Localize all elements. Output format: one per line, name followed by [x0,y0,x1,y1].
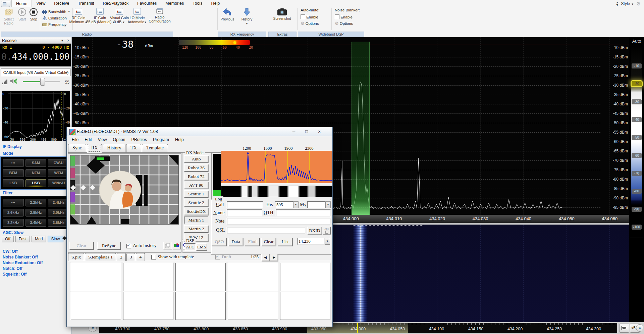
rx-mode-button[interactable]: Martin 1 [184,217,208,224]
copy-image-button[interactable] [163,242,172,249]
mmsstv-title-bar[interactable]: F5OEO (F5OEO.MDT) - MMSSTV Ver 1.08 ─ □ … [67,127,332,136]
mode-button[interactable]: LSB [3,179,24,187]
stock-picture-slot[interactable] [228,263,278,291]
close-button[interactable]: × [314,128,324,135]
menu-item[interactable]: View [95,136,110,143]
chevron-down-icon[interactable]: ▼ [325,201,331,208]
mmsstv-tab[interactable]: Template [142,144,168,152]
mode-button[interactable]: Wide-U [48,179,69,187]
rx-mode-button[interactable]: Robot 36 [184,164,208,172]
speaker-icon[interactable] [10,78,17,85]
rx-mode-button[interactable]: AVT 90 [184,182,208,189]
radio-configuration-button[interactable]: Radio Configuration [148,8,172,23]
rxid-button[interactable]: RXID [307,227,322,234]
stock-picture-slot[interactable] [175,263,226,291]
rx-channel-strip[interactable]: 1 [352,42,370,215]
menu-item[interactable]: Edit [82,136,95,143]
dsp-status-line[interactable]: Squelch: Off [3,272,43,277]
lo-mode-button[interactable]: LO Mode Automatic▼ [127,8,148,25]
ribbon-tab[interactable]: Receive [50,0,73,7]
palette-label[interactable]: -40 [632,117,642,122]
palette-label[interactable]: -100 [632,225,642,230]
auto-mute-options[interactable]: ⚙ Options [301,21,319,26]
previous-frequency-button[interactable]: Previous [219,8,236,21]
palette-label[interactable]: -50 [632,135,642,140]
log-button[interactable]: QSO [212,238,227,246]
stock-picture-slot[interactable] [123,292,173,320]
collapse-expand-icon[interactable]: ▲▼ [616,1,619,6]
filter-button[interactable]: 3.6kHz [48,219,69,227]
call-field[interactable] [227,201,263,208]
log-button[interactable]: List [278,238,292,246]
agc-button[interactable]: Slow [48,236,63,242]
ribbon-tab[interactable]: Home [11,0,32,7]
checkbox[interactable] [335,14,339,19]
filter-button[interactable]: 3.4kHz [25,219,47,227]
mmsstv-tab[interactable]: TX [126,144,141,152]
log-button[interactable]: Find [245,238,260,246]
menu-item[interactable]: File [69,136,82,143]
rx-mode-button[interactable]: Robot 72 [184,173,208,180]
filter-button[interactable]: ••• [3,199,24,206]
note-field[interactable] [227,218,331,225]
resync-button[interactable]: ReSync [97,242,121,250]
rx-mode-button[interactable]: ScottieDX [184,208,208,215]
palette-auto-label[interactable]: Auto [629,39,644,44]
filter-button[interactable]: 2.2kHz [25,199,47,206]
agc-button[interactable]: Fast [15,236,30,242]
ribbon-tab[interactable]: Memories [161,0,188,7]
dsp-status-line[interactable]: Noise Reduction: Off [3,260,43,265]
auto-mute-enable[interactable]: Enable [301,14,318,19]
rx-mode-button[interactable]: Scottie 2 [184,199,208,206]
ribbon-tab[interactable]: Transmit [73,0,98,7]
log-frequency-select[interactable]: 14.230▼ [297,238,330,245]
bandwidth-button[interactable]: Bandwidth ▼ [42,9,70,14]
stock-picture-slot[interactable] [71,292,121,320]
mode-button[interactable]: CW-U [48,159,69,167]
stock-tab[interactable]: 2 [117,253,126,261]
mode-button[interactable]: BFM [3,169,24,177]
ribbon-tab[interactable]: Help [207,0,224,7]
palette-label[interactable]: -90 [632,207,642,212]
close-icon[interactable]: × [67,38,69,44]
stock-picture-slot[interactable] [175,292,226,320]
gear-icon[interactable]: ⚙ [636,1,641,7]
abc-text-button[interactable]: ABC [323,227,331,234]
calibration-button[interactable]: Calibration [42,15,67,21]
chevron-down-icon[interactable]: ▼ [325,238,330,245]
audio-device-select[interactable]: CABLE Input (VB-Audio Virtual Cable) ▼ [1,68,71,76]
palette-label[interactable]: -20 [632,81,642,86]
palette-label[interactable]: -10 [632,63,642,68]
chevron-down-icon[interactable]: ▼ [61,38,64,44]
volume-slider-handle[interactable] [40,78,45,86]
mmsstv-tab[interactable]: RX [87,144,102,153]
his-rst-select[interactable]: 595▼ [275,201,299,208]
nav-scroll-right-button[interactable]: » [636,324,643,332]
checkbox[interactable] [301,14,305,19]
ribbon-tab[interactable]: View [32,0,50,7]
menu-item[interactable]: Program [150,136,172,143]
minimize-button[interactable]: ─ [289,128,299,135]
next-page-button[interactable]: ▶ [270,254,278,261]
filter-button[interactable]: 2.8kHz [25,209,47,217]
stock-picture-slot[interactable] [71,263,121,291]
stop-button[interactable]: Stop [28,8,39,21]
noise-blanker-options[interactable]: ⚙ Options [335,21,353,26]
filter-button[interactable]: 2.6kHz [3,209,24,217]
mode-button[interactable]: USB [25,179,47,187]
if-spectrum-graph[interactable] [2,91,70,141]
dsp-status-line[interactable]: Notch: Off [3,266,43,271]
chevron-down-icon[interactable]: ▼ [293,201,299,208]
palette-label[interactable]: -60 [632,153,642,158]
rx-clear-button[interactable]: Clear [69,242,94,250]
rx-mode-button[interactable]: Auto [184,155,208,163]
stock-tab[interactable]: 3 [126,253,136,261]
palette-label[interactable]: -70 [632,171,642,176]
if-display-header[interactable]: IF Display [3,144,22,149]
start-button[interactable]: Start [17,8,28,21]
agc-header[interactable]: AGC: Slow [3,230,23,235]
mode-button[interactable]: ••• [3,159,24,167]
waterfall-palette-bar[interactable]: Auto -10-20-30-40-50-60-70-80-90-100 [629,37,644,322]
mode-button[interactable]: NFM [25,169,47,177]
stock-picture-slot[interactable] [123,263,173,291]
